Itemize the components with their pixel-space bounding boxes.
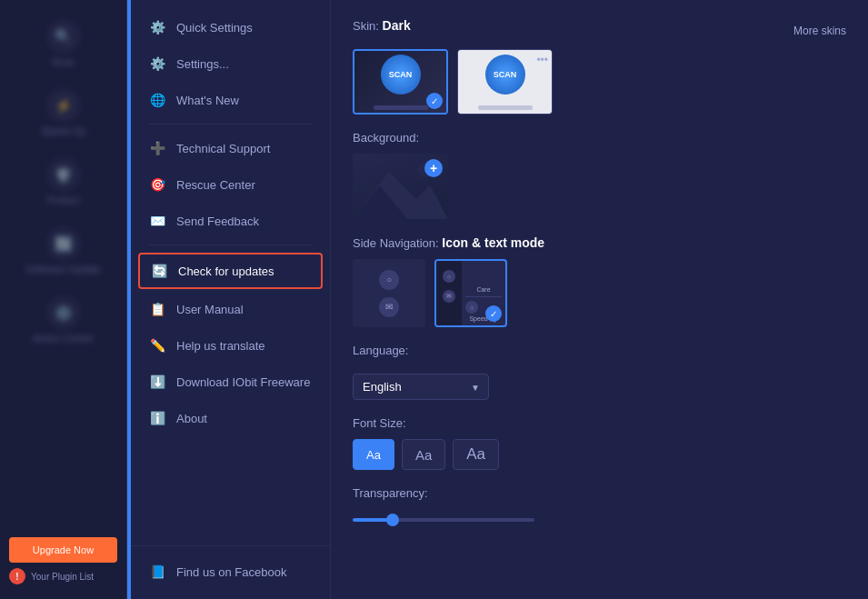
sidebar-item-speedup[interactable]: ⚡ Speed Up xyxy=(0,78,126,147)
menu-item-facebook[interactable]: 📘 Find us on Facebook xyxy=(131,554,330,590)
font-size-large[interactable]: Aa xyxy=(453,439,499,470)
selected-badge: ✓ xyxy=(485,305,502,322)
sidebar-footer: ! Your Plugin List xyxy=(9,563,117,590)
sidebar-item-software-update[interactable]: 🔄 Software Update xyxy=(0,216,126,285)
language-section: Language: English Chinese Spanish French… xyxy=(353,344,846,400)
upgrade-button[interactable]: Upgrade Now xyxy=(9,537,117,563)
scan-btn-preview-light: SCAN xyxy=(485,55,525,95)
menu-item-label: Find us on Facebook xyxy=(176,565,286,579)
sidenav-label: Side Navigation: Icon & text mode xyxy=(353,235,846,250)
footer-label: Your Plugin List xyxy=(31,572,94,582)
nav-icon: ○ xyxy=(443,270,455,283)
scan-icon: 🔍 xyxy=(47,20,80,53)
rescue-center-icon: 🎯 xyxy=(149,176,165,193)
menu-divider-2 xyxy=(149,245,312,245)
language-wrapper: English Chinese Spanish French German ▼ xyxy=(353,374,489,400)
menu-item-settings[interactable]: ⚙️ Settings... xyxy=(131,45,330,82)
font-size-section: Font Size: Aa Aa Aa xyxy=(353,416,846,470)
nav-text-label: Care xyxy=(465,286,502,293)
background-label: Background: xyxy=(353,131,846,145)
send-feedback-icon: ✉️ xyxy=(149,213,165,229)
facebook-icon: 📘 xyxy=(149,564,165,580)
sidenav-options: ○ ✉ ○ ✉ Care ○ Speed Up xyxy=(353,259,846,327)
transparency-label: Transparency: xyxy=(353,486,846,500)
sidebar-item-label: Software Update xyxy=(26,264,101,275)
sidebar-item-label: Scan xyxy=(52,56,75,67)
menu-item-label: Quick Settings xyxy=(176,21,253,35)
settings-icon: ⚙️ xyxy=(149,55,165,72)
sidebar-bottom: Upgrade Now ! Your Plugin List xyxy=(0,528,126,599)
nav-left: ○ ✉ xyxy=(436,261,462,325)
menu-item-label: What's New xyxy=(176,94,239,107)
sidebar-item-protect[interactable]: 🛡️ Protect xyxy=(0,147,126,216)
about-icon: ℹ️ xyxy=(149,410,165,426)
notification-dot: ! xyxy=(9,568,25,584)
scan-btn-preview: SCAN xyxy=(381,55,421,95)
user-manual-icon: 📋 xyxy=(149,301,165,317)
side-navigation-section: Side Navigation: Icon & text mode ○ ✉ ○ … xyxy=(353,235,846,327)
icon-only-preview: ○ ✉ xyxy=(354,261,424,325)
font-size-label: Font Size: xyxy=(353,416,846,430)
technical-support-icon: ➕ xyxy=(149,140,165,156)
menu-item-rescue-center[interactable]: 🎯 Rescue Center xyxy=(131,166,330,203)
skin-options: SCAN ✓ SCAN ••• xyxy=(353,49,846,115)
menu-item-download-iobit[interactable]: ⬇️ Download IObit Freeware xyxy=(131,364,330,400)
nav-icon: ✉ xyxy=(443,290,455,303)
check-updates-icon: 🔄 xyxy=(151,263,167,279)
menu-divider-1 xyxy=(149,124,312,125)
menu-item-send-feedback[interactable]: ✉️ Send Feedback xyxy=(131,203,330,239)
skin-label: Skin: Dark xyxy=(353,18,411,33)
skin-light[interactable]: SCAN ••• xyxy=(457,49,553,115)
settings-panel: Skin: Dark More skins SCAN ✓ SCAN xyxy=(331,0,868,599)
font-size-options: Aa Aa Aa xyxy=(353,439,846,470)
sidebar-item-label: Action Center xyxy=(33,333,94,344)
menu-item-label: User Manual xyxy=(176,303,244,316)
icon-row: ✉ xyxy=(379,297,399,317)
add-background-button[interactable]: + xyxy=(424,159,443,177)
action-center-icon: ⚙️ xyxy=(47,296,80,329)
menu-item-quick-settings[interactable]: ⚙️ Quick Settings xyxy=(131,9,330,45)
background-thumb[interactable]: + xyxy=(353,154,448,219)
transparency-slider[interactable] xyxy=(353,518,534,522)
menu-item-label: Help us translate xyxy=(176,339,265,353)
transparency-section: Transparency: xyxy=(353,486,846,525)
sidebar-item-scan[interactable]: 🔍 Scan xyxy=(0,9,126,78)
menu-item-label: Settings... xyxy=(176,57,229,71)
font-size-medium[interactable]: Aa xyxy=(402,439,445,470)
skin-bar xyxy=(374,105,428,110)
font-size-small[interactable]: Aa xyxy=(353,439,394,470)
selected-badge: ✓ xyxy=(426,93,443,109)
sidebar: 🔍 Scan ⚡ Speed Up 🛡️ Protect 🔄 Software … xyxy=(0,0,127,599)
sidebar-item-label: Speed Up xyxy=(41,125,85,136)
menu-item-label: Technical Support xyxy=(176,142,270,155)
sidenav-icon-mode[interactable]: ○ ✉ xyxy=(353,259,425,327)
nav-icon-sm: ○ xyxy=(465,301,478,314)
menu-footer: 📘 Find us on Facebook xyxy=(131,545,330,590)
icon-row: ○ xyxy=(379,270,399,290)
sidebar-item-action-center[interactable]: ⚙️ Action Center xyxy=(0,285,126,354)
menu-item-label: Check for updates xyxy=(178,265,274,278)
sidebar-item-label: Protect xyxy=(47,195,79,205)
more-skins-link[interactable]: More skins xyxy=(793,25,846,37)
download-icon: ⬇️ xyxy=(149,374,165,390)
menu-item-help-translate[interactable]: ✏️ Help us translate xyxy=(131,327,330,364)
menu-item-about[interactable]: ℹ️ About xyxy=(131,400,330,436)
language-select[interactable]: English Chinese Spanish French German xyxy=(353,374,489,400)
software-update-icon: 🔄 xyxy=(47,227,80,260)
menu-item-whats-new[interactable]: 🌐 What's New xyxy=(131,82,330,118)
menu-item-technical-support[interactable]: ➕ Technical Support xyxy=(131,130,330,166)
sidenav-icon-text-mode[interactable]: ○ ✉ Care ○ Speed Up ✓ xyxy=(434,259,507,327)
whats-new-icon: 🌐 xyxy=(149,92,165,108)
skin-dark[interactable]: SCAN ✓ xyxy=(353,49,448,115)
help-translate-icon: ✏️ xyxy=(149,337,165,354)
menu-item-label: About xyxy=(176,412,207,425)
menu-item-user-manual[interactable]: 📋 User Manual xyxy=(131,291,330,327)
language-label: Language: xyxy=(353,344,846,357)
skin-bar-light xyxy=(478,105,533,110)
quick-settings-icon: ⚙️ xyxy=(149,19,165,35)
background-section: Background: + xyxy=(353,131,846,219)
menu-item-label: Send Feedback xyxy=(176,215,259,228)
menu-item-check-updates[interactable]: 🔄 Check for updates xyxy=(138,253,323,289)
protect-icon: 🛡️ xyxy=(47,158,80,191)
menu-item-label: Download IObit Freeware xyxy=(176,375,310,389)
